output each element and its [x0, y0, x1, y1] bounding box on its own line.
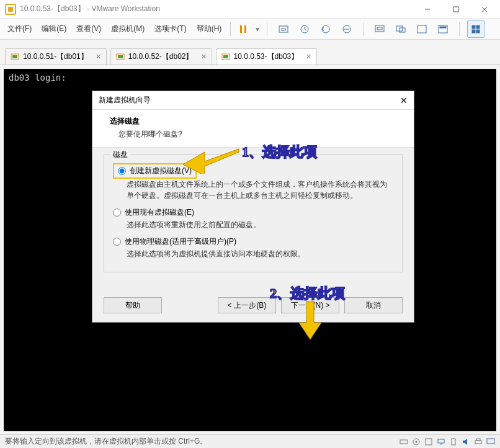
dialog-body: 磁盘 创建新虚拟磁盘(V) 虚拟磁盘由主机文件系统上的一个或多个文件组成，客户机…: [92, 148, 414, 291]
cd-icon[interactable]: [412, 437, 421, 446]
fullscreen-icon[interactable]: [413, 20, 431, 38]
vm-icon: [221, 53, 230, 61]
menu-edit[interactable]: 编辑(E): [37, 19, 71, 39]
svg-rect-23: [12, 55, 17, 58]
svg-rect-32: [438, 439, 444, 443]
tab-label: 10.0.0.52-【db02】: [128, 52, 194, 62]
svg-rect-7: [282, 29, 285, 30]
option-use-existing-disk[interactable]: 使用现有虚拟磁盘(E): [113, 207, 393, 218]
vm-icon: [11, 53, 19, 61]
cancel-button[interactable]: 取消: [344, 297, 403, 313]
svg-rect-18: [472, 25, 475, 29]
svg-rect-4: [240, 25, 242, 33]
option-label: 创建新虚拟磁盘(V): [130, 166, 192, 176]
tab-db02[interactable]: 10.0.0.52-【db02】 ✕: [110, 48, 212, 65]
svg-rect-25: [118, 55, 123, 58]
usb-icon[interactable]: [449, 437, 458, 446]
tab-db03[interactable]: 10.0.0.53-【db03】 ✕: [216, 48, 318, 65]
dialog-header: 选择磁盘 您要使用哪个磁盘?: [92, 110, 414, 148]
svg-rect-19: [476, 25, 480, 29]
svg-rect-5: [244, 25, 246, 33]
svg-rect-35: [475, 441, 481, 444]
snapshot-take-icon[interactable]: [296, 20, 313, 38]
svg-rect-20: [472, 30, 475, 33]
back-button[interactable]: < 上一步(B): [218, 297, 276, 313]
title-bar: 10.0.0.53-【db03】 - VMware Workstation: [0, 0, 500, 19]
option-use-existing-disk-desc: 选择此选项将重新使用之前配置的磁盘。: [113, 219, 393, 230]
option-use-existing-disk-radio[interactable]: [113, 208, 121, 217]
next-button[interactable]: 下一步(N) >: [281, 297, 339, 313]
unity-icon[interactable]: [392, 20, 409, 38]
window-title: 10.0.0.53-【db03】 - VMware Workstation: [20, 4, 413, 14]
svg-rect-6: [279, 26, 288, 32]
svg-rect-15: [417, 25, 426, 33]
menu-toolbar-row: 文件(F) 编辑(E) 查看(V) 虚拟机(M) 选项卡(T) 帮助(H) ▾: [0, 19, 500, 40]
option-use-physical-disk-desc: 选择此选项将为虚拟机提供直接访问本地硬盘的权限。: [113, 248, 393, 259]
option-use-physical-disk-radio[interactable]: [113, 238, 121, 246]
dialog-close-button[interactable]: ✕: [400, 96, 408, 105]
window-controls: [413, 0, 499, 19]
menu-view[interactable]: 查看(V): [71, 19, 106, 39]
send-ctrl-alt-del-icon[interactable]: [275, 20, 292, 38]
snapshot-manager-icon[interactable]: [338, 20, 355, 38]
svg-rect-34: [452, 439, 455, 445]
svg-rect-28: [400, 440, 408, 444]
svg-point-30: [416, 441, 417, 442]
svg-rect-21: [476, 30, 480, 33]
tab-close-icon[interactable]: ✕: [306, 53, 311, 61]
maximize-button[interactable]: [442, 0, 470, 19]
status-bar: 要将输入定向到该虚拟机，请在虚拟机内部单击或按 Ctrl+G。: [0, 434, 500, 448]
thumbnail-view-icon[interactable]: [467, 20, 484, 38]
dialog-title: 新建虚拟机向导: [99, 95, 151, 105]
svg-rect-36: [476, 439, 480, 441]
svg-point-9: [322, 25, 329, 33]
new-vm-wizard-dialog: 新建虚拟机向导 ✕ 选择磁盘 您要使用哪个磁盘? 磁盘 创建新虚拟磁盘(V) 虚…: [92, 91, 414, 323]
tab-close-icon[interactable]: ✕: [96, 53, 101, 61]
tab-label: 10.0.0.53-【db03】: [234, 52, 299, 62]
tab-label: 10.0.0.51-【db01】: [23, 52, 88, 62]
close-button[interactable]: [470, 0, 499, 19]
disk-group: 磁盘 创建新虚拟磁盘(V) 虚拟磁盘由主机文件系统上的一个或多个文件组成，客户机…: [104, 154, 403, 272]
floppy-icon[interactable]: [424, 437, 433, 446]
dialog-header-subtitle: 您要使用哪个磁盘?: [110, 129, 396, 140]
option-create-new-disk-radio[interactable]: [118, 167, 126, 175]
pause-button[interactable]: [234, 20, 252, 38]
option-create-new-disk-desc: 虚拟磁盘由主机文件系统上的一个或多个文件组成，客户机操作系统会将其视为单个硬盘。…: [113, 179, 393, 201]
option-label: 使用物理磁盘(适用于高级用户)(P): [125, 236, 236, 247]
help-button[interactable]: 帮助: [104, 297, 162, 313]
vm-icon: [116, 53, 125, 61]
dialog-footer: 帮助 < 上一步(B) 下一步(N) > 取消: [92, 291, 414, 322]
tab-db01[interactable]: 10.0.0.51-【db01】 ✕: [5, 48, 107, 65]
tab-close-icon[interactable]: ✕: [201, 53, 207, 61]
printer-icon[interactable]: [474, 437, 483, 446]
app-logo-icon: [5, 4, 16, 15]
svg-rect-37: [487, 439, 494, 444]
network-icon[interactable]: [437, 437, 445, 446]
disk-icon[interactable]: [400, 437, 408, 446]
option-use-physical-disk[interactable]: 使用物理磁盘(适用于高级用户)(P): [113, 236, 393, 247]
svg-rect-31: [426, 439, 432, 445]
toolbar: ▾: [234, 20, 484, 38]
option-create-new-disk-highlight: 创建新虚拟磁盘(V): [113, 163, 197, 179]
dialog-titlebar: 新建虚拟机向导 ✕: [92, 91, 414, 110]
menu-help[interactable]: 帮助(H): [192, 19, 227, 39]
console-text: db03 login:: [9, 73, 66, 83]
option-create-new-disk[interactable]: 创建新虚拟磁盘(V): [118, 166, 192, 176]
minimize-button[interactable]: [413, 0, 442, 19]
option-label: 使用现有虚拟磁盘(E): [125, 207, 194, 218]
console-view-icon[interactable]: [434, 20, 452, 38]
svg-rect-27: [223, 55, 228, 58]
menu-tabs[interactable]: 选项卡(T): [150, 19, 191, 39]
svg-rect-12: [377, 27, 382, 30]
fit-guest-icon[interactable]: [371, 20, 388, 38]
svg-rect-11: [375, 25, 384, 32]
menu-file[interactable]: 文件(F): [2, 19, 37, 39]
display-icon[interactable]: [486, 437, 495, 446]
menu-vm[interactable]: 虚拟机(M): [106, 19, 150, 39]
status-device-icons: [400, 437, 495, 446]
tab-row: 10.0.0.51-【db01】 ✕ 10.0.0.52-【db02】 ✕ 10…: [0, 40, 500, 65]
svg-rect-1: [453, 7, 458, 12]
snapshot-revert-icon[interactable]: [317, 20, 334, 38]
sound-icon[interactable]: [462, 437, 470, 446]
svg-rect-17: [440, 27, 446, 28]
